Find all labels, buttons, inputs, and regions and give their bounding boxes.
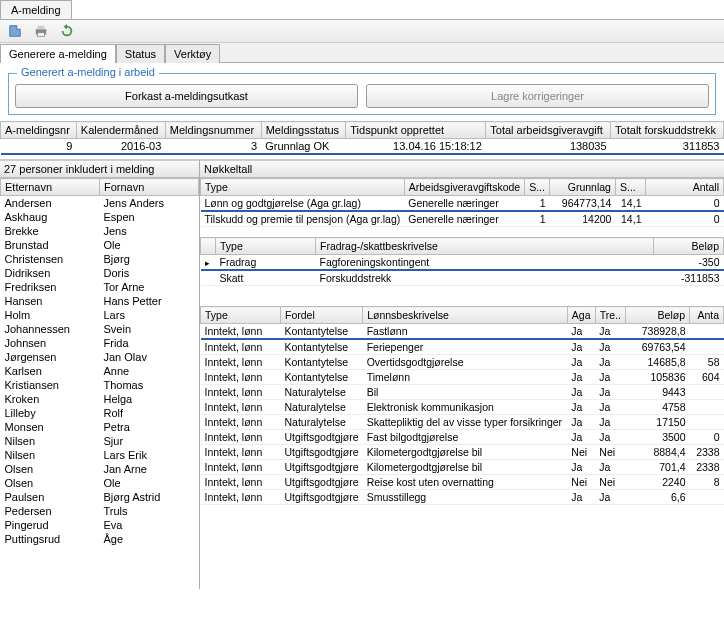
left-pane: 27 personer inkludert i melding Etternav… [0,160,200,589]
ih-anta[interactable]: Anta [690,307,724,324]
right-pane: Nøkkeltall Type Arbeidsgiveravgiftskode … [200,160,724,589]
kh-antall[interactable]: Antall [645,179,723,196]
person-row[interactable]: PedersenTruls [1,504,199,518]
income-row[interactable]: Inntekt, lønnKontantytelseTimelønnJaJa10… [201,370,724,385]
window-tab[interactable]: A-melding [0,0,72,19]
person-row[interactable]: NilsenSjur [1,434,199,448]
save-button: Lagre korrigeringer [366,84,709,108]
person-row[interactable]: AndersenJens Anders [1,196,199,211]
income-row[interactable]: Inntekt, lønnNaturalytelseElektronisk ko… [201,400,724,415]
print-icon[interactable] [34,24,48,38]
person-row[interactable]: MonsenPetra [1,420,199,434]
income-row[interactable]: Inntekt, lønnUtgiftsgodtgjøreFast bilgod… [201,430,724,445]
deduction-grid[interactable]: Type Fradrag-/skattbeskrivelse Beløp Fra… [200,237,724,286]
person-row[interactable]: KrokenHelga [1,392,199,406]
person-row[interactable]: FredriksenTor Arne [1,280,199,294]
section-generated: Generert a-melding i arbeid Forkast a-me… [8,73,716,115]
person-row[interactable]: KarlsenAnne [1,364,199,378]
person-row[interactable]: HolmLars [1,308,199,322]
ih-aga[interactable]: Aga [567,307,595,324]
kh-aga[interactable]: Arbeidsgiveravgiftskode [404,179,524,196]
refresh-icon[interactable] [60,24,74,38]
col-totalforskudd[interactable]: Totalt forskuddstrekk [611,122,724,139]
person-row[interactable]: OlsenOle [1,476,199,490]
ih-tre[interactable]: Tre.. [595,307,625,324]
svg-rect-1 [38,26,45,30]
income-row[interactable]: Inntekt, lønnKontantytelseOvertidsgodtgj… [201,355,724,370]
tab-generere[interactable]: Generere a-melding [0,44,116,63]
key-row[interactable]: Tilskudd og premie til pensjon (Aga gr.l… [201,211,724,227]
dh-besk[interactable]: Fradrag-/skattbeskrivelse [316,238,654,255]
subtabs: Generere a-melding Status Verktøy [0,43,724,63]
row-marker [201,255,216,271]
ih-lonn[interactable]: Lønnsbeskrivelse [363,307,568,324]
income-row[interactable]: Inntekt, lønnKontantytelseFastlønnJaJa73… [201,324,724,340]
summary-row[interactable]: 9 2016-03 3 Grunnlag OK 13.04.16 15:18:1… [1,139,724,155]
ih-fordel[interactable]: Fordel [281,307,363,324]
person-grid[interactable]: Etternavn Fornavn AndersenJens AndersAsk… [0,178,199,546]
income-row[interactable]: Inntekt, lønnUtgiftsgodtgjøreKilometergo… [201,445,724,460]
person-row[interactable]: DidriksenDoris [1,266,199,280]
summary-grid[interactable]: A-meldingsnr Kalendermåned Meldingsnumme… [0,121,724,155]
dh-belop[interactable]: Beløp [654,238,724,255]
deduction-row[interactable]: SkattForskuddstrekk-311853 [201,270,724,286]
income-row[interactable]: Inntekt, lønnKontantytelseFeriepengerJaJ… [201,339,724,355]
col-fornavn[interactable]: Fornavn [100,179,199,196]
right-pane-title: Nøkkeltall [200,160,724,178]
tab-verktoy[interactable]: Verktøy [165,44,220,63]
person-row[interactable]: JohnsenFrida [1,336,199,350]
person-row[interactable]: BrekkeJens [1,224,199,238]
dh-marker [201,238,216,255]
key-grid[interactable]: Type Arbeidsgiveravgiftskode S... Grunnl… [200,178,724,227]
person-row[interactable]: OlsenJan Arne [1,462,199,476]
col-kalendermaned[interactable]: Kalendermåned [76,122,165,139]
col-meldingsnummer[interactable]: Meldingsnummer [165,122,261,139]
person-row[interactable]: KristiansenThomas [1,378,199,392]
row-marker [201,270,216,286]
person-row[interactable]: JørgensenJan Olav [1,350,199,364]
person-row[interactable]: AskhaugEspen [1,210,199,224]
person-row[interactable]: PuttingsrudÅge [1,532,199,546]
col-meldingsstatus[interactable]: Meldingsstatus [261,122,346,139]
left-pane-title: 27 personer inkludert i melding [0,160,199,178]
person-row[interactable]: JohannessenSvein [1,322,199,336]
ih-type[interactable]: Type [201,307,281,324]
ih-belop[interactable]: Beløp [626,307,690,324]
income-row[interactable]: Inntekt, lønnUtgiftsgodtgjøreKilometergo… [201,460,724,475]
col-ameldingsnr[interactable]: A-meldingsnr [1,122,77,139]
person-row[interactable]: PaulsenBjørg Astrid [1,490,199,504]
income-grid[interactable]: Type Fordel Lønnsbeskrivelse Aga Tre.. B… [200,306,724,505]
tab-status[interactable]: Status [116,44,165,63]
person-row[interactable]: LillebyRolf [1,406,199,420]
person-row[interactable]: ChristensenBjørg [1,252,199,266]
income-row[interactable]: Inntekt, lønnNaturalytelseBilJaJa9443 [201,385,724,400]
income-row[interactable]: Inntekt, lønnNaturalytelseSkattepliktig … [201,415,724,430]
income-row[interactable]: Inntekt, lønnUtgiftsgodtgjøreSmusstilleg… [201,490,724,505]
dh-type[interactable]: Type [216,238,316,255]
kh-type[interactable]: Type [201,179,405,196]
income-row[interactable]: Inntekt, lønnUtgiftsgodtgjøreReise kost … [201,475,724,490]
discard-button[interactable]: Forkast a-meldingsutkast [15,84,358,108]
deduction-row[interactable]: FradragFagforeningskontingent-350 [201,255,724,271]
section-title: Generert a-melding i arbeid [17,66,159,78]
person-row[interactable]: PingerudEva [1,518,199,532]
export-icon[interactable] [8,24,22,38]
key-row[interactable]: Lønn og godtgjørelse (Aga gr.lag)Generel… [201,196,724,212]
kh-s2[interactable]: S... [615,179,645,196]
kh-s1[interactable]: S... [525,179,550,196]
person-row[interactable]: BrunstadOle [1,238,199,252]
window-tab-label: A-melding [11,4,61,16]
col-totalaga[interactable]: Total arbeidsgiveravgift [486,122,611,139]
col-tidspunkt[interactable]: Tidspunkt opprettet [346,122,486,139]
person-row[interactable]: HansenHans Petter [1,294,199,308]
col-etternavn[interactable]: Etternavn [1,179,100,196]
person-row[interactable]: NilsenLars Erik [1,448,199,462]
kh-grunnlag[interactable]: Grunnlag [549,179,615,196]
svg-rect-2 [38,33,45,37]
toolbar [0,19,724,43]
